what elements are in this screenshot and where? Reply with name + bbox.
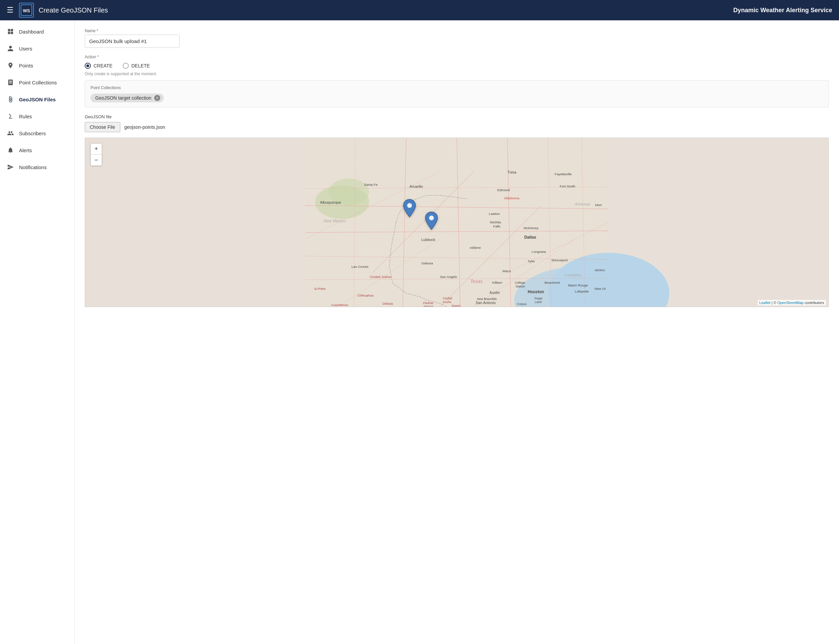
file-name: geojson-points.json bbox=[124, 125, 165, 130]
svg-text:San Antonio: San Antonio bbox=[476, 301, 496, 305]
svg-text:Negras: Negras bbox=[424, 305, 433, 307]
radio-group: CREATE DELETE bbox=[85, 63, 829, 69]
svg-text:San Angelo: San Angelo bbox=[440, 275, 457, 279]
main-layout: Dashboard Users Points Point Collections bbox=[0, 20, 839, 644]
svg-text:Merr: Merr bbox=[595, 203, 602, 207]
map-container[interactable]: + − bbox=[85, 138, 829, 307]
app-header: ☰ WS Create GeoJSON Files Dynamic Weathe… bbox=[0, 0, 839, 20]
svg-text:New Mexico: New Mexico bbox=[323, 219, 346, 223]
radio-create-label: CREATE bbox=[94, 63, 113, 69]
sidebar-item-points[interactable]: Points bbox=[0, 57, 74, 74]
svg-text:Station: Station bbox=[516, 285, 525, 288]
location-icon bbox=[7, 62, 14, 69]
sidebar-label-dashboard: Dashboard bbox=[19, 29, 44, 34]
action-note: Only create is supported at the moment. bbox=[85, 72, 829, 76]
name-label: Name * bbox=[85, 28, 829, 33]
geojson-file-label: GeoJSON file bbox=[85, 114, 829, 119]
svg-point-77 bbox=[407, 203, 412, 208]
bell-icon bbox=[7, 146, 14, 154]
svg-text:Fayetteville: Fayetteville bbox=[555, 172, 572, 176]
leaflet-link[interactable]: Leaflet bbox=[759, 301, 770, 305]
dashboard-icon bbox=[7, 28, 14, 35]
svg-text:Houston: Houston bbox=[528, 289, 544, 294]
sidebar-label-alerts: Alerts bbox=[19, 148, 32, 153]
collection-tag-remove[interactable]: × bbox=[154, 95, 160, 101]
svg-text:Land: Land bbox=[535, 300, 542, 304]
svg-text:Lawton: Lawton bbox=[489, 212, 500, 215]
svg-text:la Prieta: la Prieta bbox=[314, 287, 326, 291]
radio-delete-circle bbox=[123, 63, 129, 69]
sidebar-label-points: Points bbox=[19, 63, 33, 69]
sidebar-item-geojson-files[interactable]: GeoJSON Files bbox=[0, 91, 74, 108]
zoom-out-button[interactable]: − bbox=[91, 154, 102, 165]
sidebar-item-subscribers[interactable]: Subscribers bbox=[0, 125, 74, 142]
svg-text:New Or: New Or bbox=[594, 287, 606, 291]
svg-text:Santa Fe: Santa Fe bbox=[364, 183, 378, 186]
sidebar: Dashboard Users Points Point Collections bbox=[0, 20, 74, 644]
svg-text:Longview: Longview bbox=[532, 250, 546, 253]
svg-text:Chihuahua: Chihuahua bbox=[357, 294, 374, 297]
svg-text:Killeen: Killeen bbox=[493, 281, 502, 284]
svg-text:Baton Rouge: Baton Rouge bbox=[568, 283, 588, 287]
map-zoom-controls: + − bbox=[90, 143, 102, 166]
svg-text:Delicias: Delicias bbox=[383, 302, 393, 306]
action-section: Action * CREATE DELETE Only create is su… bbox=[85, 54, 829, 76]
svg-text:Texas: Texas bbox=[470, 279, 483, 284]
svg-text:Oklahoma: Oklahoma bbox=[504, 196, 519, 200]
choose-file-button[interactable]: Choose File bbox=[85, 122, 120, 132]
sidebar-label-users: Users bbox=[19, 46, 32, 51]
svg-text:Ciudad Juárez: Ciudad Juárez bbox=[370, 275, 391, 279]
sidebar-item-rules[interactable]: Rules bbox=[0, 108, 74, 125]
collection-tag: GeoJSON target collection × bbox=[90, 94, 164, 102]
svg-text:Amarillo: Amarillo bbox=[410, 184, 423, 189]
svg-text:Tulsa: Tulsa bbox=[507, 170, 516, 174]
sigma-icon bbox=[7, 113, 14, 120]
sidebar-label-point-collections: Point Collections bbox=[19, 80, 57, 85]
svg-text:Wichita: Wichita bbox=[490, 220, 501, 224]
svg-text:Jackso: Jackso bbox=[594, 268, 605, 272]
svg-text:Tyler: Tyler bbox=[528, 259, 535, 263]
svg-text:Dallas: Dallas bbox=[524, 235, 537, 240]
file-row: Choose File geojson-points.json bbox=[85, 122, 829, 132]
sidebar-label-subscribers: Subscribers bbox=[19, 130, 46, 136]
action-label: Action * bbox=[85, 54, 829, 59]
radio-create-circle bbox=[85, 63, 91, 69]
svg-text:Lubbock: Lubbock bbox=[421, 238, 435, 242]
svg-text:McKinney: McKinney bbox=[524, 226, 539, 230]
sidebar-item-notifications[interactable]: Notifications bbox=[0, 159, 74, 176]
geojson-file-section: GeoJSON file Choose File geojson-points.… bbox=[85, 114, 829, 132]
svg-text:Shreveport: Shreveport bbox=[551, 258, 568, 262]
point-collections-label: Point Collections bbox=[90, 85, 823, 90]
svg-text:Piedras: Piedras bbox=[423, 301, 433, 305]
clip-icon bbox=[7, 95, 14, 103]
app-logo: WS bbox=[19, 3, 34, 18]
name-input[interactable] bbox=[85, 34, 180, 48]
book-icon bbox=[7, 79, 14, 86]
svg-text:Ciudad: Ciudad bbox=[443, 297, 452, 300]
zoom-in-button[interactable]: + bbox=[91, 144, 102, 154]
sidebar-item-users[interactable]: Users bbox=[0, 40, 74, 57]
svg-text:WS: WS bbox=[23, 8, 30, 13]
svg-text:Beaumont: Beaumont bbox=[545, 281, 560, 284]
svg-text:Louisiana: Louisiana bbox=[565, 273, 581, 277]
sidebar-item-dashboard[interactable]: Dashboard bbox=[0, 23, 74, 40]
svg-text:Odessa: Odessa bbox=[421, 262, 433, 265]
radio-delete[interactable]: DELETE bbox=[123, 63, 150, 69]
sidebar-label-notifications: Notifications bbox=[19, 164, 47, 170]
svg-text:New Braunfels: New Braunfels bbox=[477, 297, 497, 301]
svg-text:Falls: Falls bbox=[493, 224, 501, 228]
sidebar-item-point-collections[interactable]: Point Collections bbox=[0, 74, 74, 91]
svg-text:Sugar: Sugar bbox=[534, 297, 542, 300]
map-svg: Albuquerque Santa Fe Amarillo Tulsa Edmo… bbox=[85, 138, 829, 307]
radio-create[interactable]: CREATE bbox=[85, 63, 113, 69]
radio-delete-label: DELETE bbox=[131, 63, 150, 69]
svg-point-78 bbox=[429, 215, 434, 220]
menu-icon[interactable]: ☰ bbox=[7, 6, 13, 15]
svg-text:Austin: Austin bbox=[490, 291, 500, 294]
sidebar-item-alerts[interactable]: Alerts bbox=[0, 142, 74, 159]
people-icon bbox=[7, 130, 14, 137]
svg-text:Lafayette: Lafayette bbox=[575, 289, 589, 293]
sidebar-label-rules: Rules bbox=[19, 113, 32, 119]
user-icon bbox=[7, 45, 14, 52]
osm-link[interactable]: OpenStreetMap bbox=[777, 301, 804, 305]
